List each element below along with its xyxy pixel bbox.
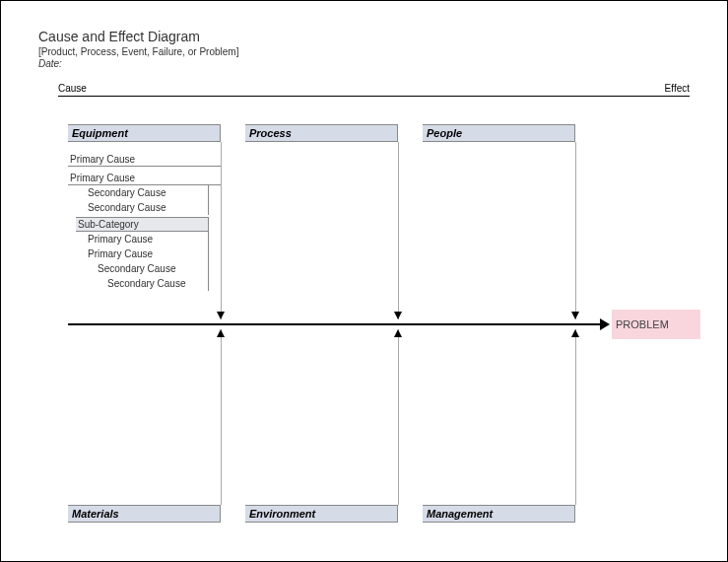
arrow-right-icon [600, 318, 610, 330]
diagram-subtitle: [Product, Process, Event, Failure, or Pr… [38, 46, 690, 57]
primary-cause-row: Primary Cause [68, 171, 221, 185]
arrow-up-icon [394, 329, 402, 337]
fishbone-diagram: Equipment Process People Primary Cause P… [38, 101, 690, 525]
arrow-up-icon [571, 329, 579, 337]
cause-label: Cause [58, 83, 87, 94]
problem-box: PROBLEM [612, 310, 700, 339]
arrow-down-icon [217, 312, 225, 319]
effect-label: Effect [665, 83, 690, 94]
diagram-title: Cause and Effect Diagram [38, 29, 690, 44]
primary-cause-row: Primary Cause [76, 246, 208, 261]
arrow-up-icon [217, 329, 225, 337]
sub-category-row: Sub-Category [76, 217, 209, 232]
category-materials: Materials [68, 505, 221, 523]
arrow-down-icon [571, 312, 579, 319]
category-management: Management [423, 505, 575, 523]
primary-cause-row: Primary Cause [76, 232, 208, 246]
arrow-down-icon [394, 312, 402, 319]
secondary-cause-row: Secondary Cause [76, 200, 208, 215]
category-equipment: Equipment [68, 124, 221, 142]
spine-line [398, 142, 399, 319]
category-process: Process [245, 124, 398, 142]
secondary-cause-row: Secondary Cause [76, 185, 208, 200]
category-environment: Environment [245, 505, 398, 523]
primary-cause-row: Primary Cause [68, 152, 221, 167]
secondary-cause-row: Secondary Cause [76, 261, 208, 276]
spine-line [575, 329, 576, 505]
spine-line [575, 142, 576, 319]
secondary-cause-row: Secondary Cause [76, 276, 208, 291]
equipment-causes: Primary Cause Primary Cause Secondary Ca… [68, 148, 221, 291]
cause-effect-header: Cause Effect [58, 83, 690, 97]
spine-line [221, 329, 222, 505]
date-label: Date: [38, 58, 690, 69]
spine-line [398, 329, 399, 505]
main-arrow-line [68, 323, 602, 325]
spine-line [221, 142, 222, 319]
category-people: People [423, 124, 575, 142]
